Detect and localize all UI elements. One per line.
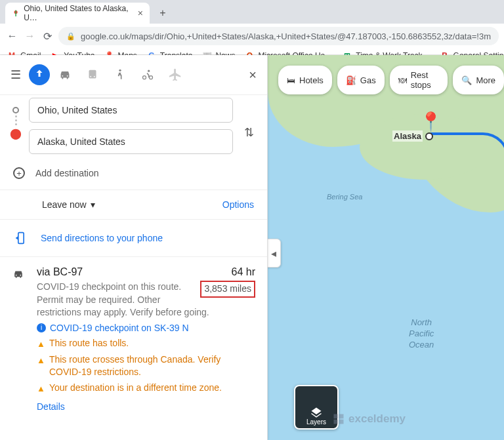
options-link[interactable]: Options xyxy=(222,199,254,210)
url-text: google.co.uk/maps/dir/Ohio,+United+State… xyxy=(81,31,491,41)
map-pill-hotels[interactable]: 🛏Hotels xyxy=(278,66,332,94)
sea-label: Bering Sea xyxy=(327,193,362,201)
lock-icon: 🔒 xyxy=(66,32,75,41)
mode-best[interactable] xyxy=(29,64,50,85)
reload-button[interactable]: ⟳ xyxy=(41,28,54,44)
svg-point-12 xyxy=(20,275,22,276)
browser-tab[interactable]: Ohio, United States to Alaska, U… × xyxy=(5,3,150,24)
route-card[interactable]: via BC-97 64 hr 3,853 miles COVID-19 che… xyxy=(0,257,267,421)
origin-input[interactable]: Ohio, United States xyxy=(29,98,233,123)
back-button[interactable]: ← xyxy=(5,28,19,44)
map-pill-rest-stops[interactable]: 🍽Rest stops xyxy=(390,66,448,94)
close-directions-icon[interactable]: × xyxy=(249,68,257,83)
swap-button[interactable]: ⇅ xyxy=(241,125,257,140)
mode-driving[interactable] xyxy=(52,63,77,87)
tab-bar: Ohio, United States to Alaska, U… × + xyxy=(0,0,504,24)
route-description: 3,853 miles COVID-19 checkpoint on this … xyxy=(37,281,255,319)
mode-walking[interactable] xyxy=(108,63,133,87)
new-tab-button[interactable]: + xyxy=(154,4,172,22)
warning-icon: ▲ xyxy=(37,355,45,367)
mode-flights[interactable] xyxy=(163,63,188,87)
route-distance: 3,853 miles xyxy=(200,281,255,298)
map-pill-more[interactable]: 🔍More xyxy=(453,66,504,94)
depart-time-dropdown[interactable]: Leave now ▾ xyxy=(42,199,95,210)
svg-point-7 xyxy=(143,76,146,79)
svg-point-11 xyxy=(16,275,17,276)
chevron-down-icon: ▾ xyxy=(91,199,95,210)
route-polyline xyxy=(430,132,504,172)
svg-rect-3 xyxy=(89,70,96,79)
send-to-phone-button[interactable]: Send directions to your phone xyxy=(0,220,267,257)
svg-point-2 xyxy=(67,75,68,77)
forward-button[interactable]: → xyxy=(23,28,37,44)
svg-rect-10 xyxy=(18,233,24,244)
warning-icon: ▲ xyxy=(37,338,45,350)
waypoint-indicator: ⬤ xyxy=(10,98,21,140)
directions-panel: ☰ × ⬤ Ohio, United States Alaska, United… xyxy=(0,55,268,440)
destination-label: Alaska xyxy=(392,130,423,142)
tab-title: Ohio, United States to Alaska, U… xyxy=(24,4,129,22)
phone-icon xyxy=(14,231,28,245)
svg-point-8 xyxy=(150,76,153,79)
ocean-label: NorthPacificOcean xyxy=(409,317,434,351)
route-details-link[interactable]: Details xyxy=(37,401,65,412)
tab-close-icon[interactable]: × xyxy=(138,8,143,18)
canada-warning: ▲This route crosses through Canada. Veri… xyxy=(37,353,255,379)
destination-input[interactable]: Alaska, United States xyxy=(29,129,233,154)
mode-transit[interactable] xyxy=(80,63,105,87)
tolls-warning: ▲This route has tolls. xyxy=(37,337,255,350)
map-canvas[interactable]: 🛏Hotels⛽Gas🍽Rest stops🔍More Bering Sea N… xyxy=(268,55,504,440)
plus-icon: + xyxy=(13,167,25,179)
watermark: exceldemy xyxy=(332,412,406,426)
layers-icon xyxy=(310,407,322,418)
collapse-panel-button[interactable]: ◂ xyxy=(268,239,281,268)
destination-ring xyxy=(425,132,433,140)
address-bar[interactable]: 🔒 google.co.uk/maps/dir/Ohio,+United+Sta… xyxy=(58,27,499,45)
warning-icon: ▲ xyxy=(37,383,45,395)
info-icon: i xyxy=(37,323,46,332)
route-title: via BC-97 xyxy=(37,266,83,278)
svg-point-9 xyxy=(148,70,150,72)
timezone-warning: ▲Your destination is in a different time… xyxy=(37,382,255,395)
add-destination-button[interactable]: + Add destination xyxy=(0,162,267,190)
svg-point-4 xyxy=(90,76,91,77)
car-icon xyxy=(12,266,25,412)
maps-favicon xyxy=(12,9,20,18)
svg-point-1 xyxy=(62,75,63,77)
svg-point-5 xyxy=(94,76,95,77)
menu-icon[interactable]: ☰ xyxy=(10,68,26,82)
route-duration: 64 hr xyxy=(232,266,255,278)
covid-checkpoint-info[interactable]: iCOVID-19 checkpoint on SK-39 N xyxy=(37,322,255,335)
destination-marker[interactable]: 📍 xyxy=(419,111,442,132)
map-pill-gas[interactable]: ⛽Gas xyxy=(337,66,385,94)
svg-point-6 xyxy=(119,70,121,71)
mode-cycling[interactable] xyxy=(135,63,160,87)
destination-pin-icon: ⬤ xyxy=(10,127,22,140)
